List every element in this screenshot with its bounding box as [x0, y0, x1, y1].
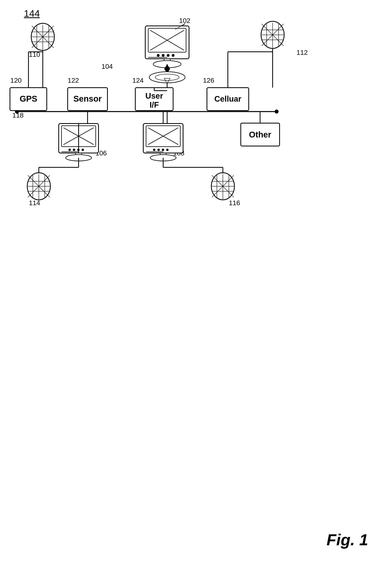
- svg-point-7: [157, 54, 160, 57]
- diagram-svg: 102 104 106 108 110 112 114 116 118 120 …: [0, 0, 392, 565]
- ref-112: 112: [296, 49, 308, 56]
- svg-point-64: [157, 149, 160, 151]
- svg-text:I/F: I/F: [150, 100, 159, 109]
- svg-text:Other: Other: [249, 130, 271, 139]
- svg-point-65: [162, 149, 164, 151]
- ref-104: 104: [101, 62, 113, 70]
- svg-point-50: [73, 149, 75, 151]
- userif-box: User I/F: [135, 88, 173, 111]
- svg-point-52: [82, 149, 84, 151]
- svg-point-49: [69, 149, 71, 151]
- svg-point-9: [167, 54, 169, 57]
- svg-point-10: [172, 54, 175, 57]
- ref-126: 126: [203, 76, 214, 84]
- main-server-102: [145, 26, 189, 68]
- ref-120: 120: [10, 76, 22, 84]
- antenna-112: [261, 21, 284, 53]
- svg-point-63: [153, 149, 155, 151]
- svg-point-16: [155, 74, 179, 80]
- fig-label: Fig. 1: [326, 531, 368, 549]
- ref-122: 122: [68, 76, 79, 84]
- svg-text:Sensor: Sensor: [73, 94, 102, 104]
- ref-124: 124: [132, 76, 144, 84]
- diagram-container: 144 102 104 106 108 110 112 114 116 118 …: [0, 0, 392, 565]
- ref-116: 116: [229, 199, 240, 207]
- gps-box: GPS: [10, 88, 47, 111]
- other-box: Other: [241, 123, 280, 146]
- svg-text:Celluar: Celluar: [214, 94, 241, 103]
- svg-point-66: [166, 149, 168, 151]
- ref-102: 102: [179, 17, 190, 24]
- cellular-box: Celluar: [207, 88, 249, 111]
- svg-text:User: User: [145, 91, 163, 100]
- svg-point-20: [275, 110, 279, 114]
- svg-point-8: [162, 54, 165, 57]
- sensor-box: Sensor: [68, 88, 107, 111]
- svg-text:GPS: GPS: [20, 94, 37, 104]
